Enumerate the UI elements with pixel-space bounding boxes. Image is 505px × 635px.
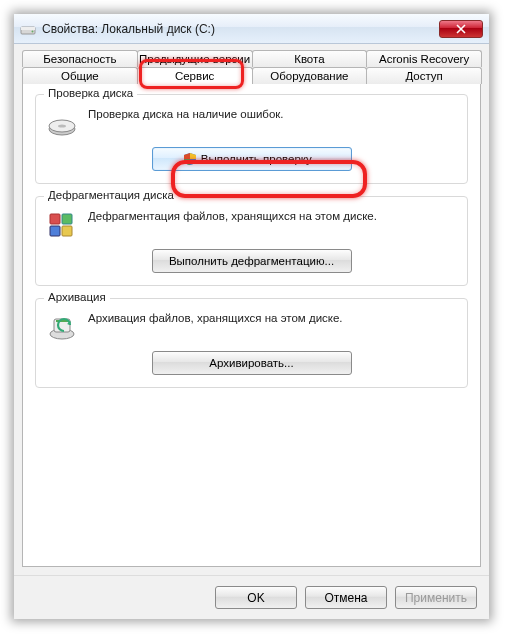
tab-tools[interactable]: Сервис [137, 67, 253, 84]
defrag-description: Дефрагментация файлов, хранящихся на это… [88, 209, 457, 225]
svg-rect-9 [62, 226, 72, 236]
disk-check-icon [46, 107, 78, 139]
svg-rect-8 [50, 226, 60, 236]
backup-button-label: Архивировать... [209, 357, 293, 369]
defrag-button-label: Выполнить дефрагментацию... [169, 255, 334, 267]
window-title: Свойства: Локальный диск (C:) [42, 22, 215, 36]
group-title-backup: Архивация [44, 291, 110, 303]
tab-sharing[interactable]: Доступ [366, 67, 482, 84]
tab-panel-tools: Проверка диска Проверка диска на наличие… [22, 83, 481, 567]
group-title-defrag: Дефрагментация диска [44, 189, 178, 201]
tab-quota[interactable]: Квота [252, 50, 368, 67]
check-now-label: Выполнить проверку... [201, 153, 320, 165]
svg-point-2 [32, 30, 34, 32]
group-defragmentation: Дефрагментация диска Дефрагментация файл… [35, 196, 468, 286]
apply-button: Применить [395, 586, 477, 609]
ok-button[interactable]: OK [215, 586, 297, 609]
backup-now-button[interactable]: Архивировать... [152, 351, 352, 375]
check-now-button[interactable]: Выполнить проверку... [152, 147, 352, 171]
check-description: Проверка диска на наличие ошибок. [88, 107, 457, 123]
group-backup: Архивация Архивация файлов, хранящихся н… [35, 298, 468, 388]
tab-strip: Безопасность Предыдущие версии Квота Acr… [22, 50, 481, 84]
tab-security[interactable]: Безопасность [22, 50, 138, 67]
svg-rect-1 [21, 27, 35, 30]
defrag-icon [46, 209, 78, 241]
properties-dialog: Свойства: Локальный диск (C:) Безопаснос… [14, 14, 489, 619]
svg-rect-7 [62, 214, 72, 224]
titlebar[interactable]: Свойства: Локальный диск (C:) [14, 14, 489, 44]
cancel-button[interactable]: Отмена [305, 586, 387, 609]
tab-general[interactable]: Общие [22, 67, 138, 84]
defragment-now-button[interactable]: Выполнить дефрагментацию... [152, 249, 352, 273]
dialog-footer: OK Отмена Применить [14, 575, 489, 619]
tab-previous-versions[interactable]: Предыдущие версии [137, 50, 253, 67]
svg-rect-6 [50, 214, 60, 224]
tab-hardware[interactable]: Оборудование [252, 67, 368, 84]
group-error-checking: Проверка диска Проверка диска на наличие… [35, 94, 468, 184]
svg-point-5 [58, 124, 66, 127]
dialog-content: Безопасность Предыдущие версии Квота Acr… [14, 44, 489, 575]
backup-description: Архивация файлов, хранящихся на этом дис… [88, 311, 457, 327]
close-button[interactable] [439, 20, 483, 38]
drive-icon [20, 21, 36, 37]
tab-acronis-recovery[interactable]: Acronis Recovery [366, 50, 482, 67]
backup-icon [46, 311, 78, 343]
uac-shield-icon [183, 152, 197, 166]
group-title-check: Проверка диска [44, 87, 137, 99]
